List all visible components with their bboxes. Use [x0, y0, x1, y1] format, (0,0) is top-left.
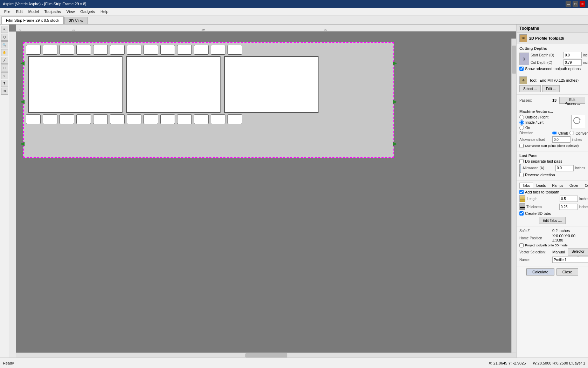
tool-section: ⚙ Tool: End Mill (0.125 inches) Select .…: [517, 74, 588, 95]
direction-row: Direction Climb Conventional: [519, 131, 585, 135]
tool-rect[interactable]: □: [1, 64, 8, 71]
cutting-depths-section: Cutting Depths DC Start Depth (D) inches…: [517, 44, 588, 74]
tool-pan[interactable]: ✋: [1, 49, 8, 56]
sprocket-bot-3: [59, 114, 74, 124]
menu-file[interactable]: File: [1, 9, 13, 14]
project-checkbox[interactable]: [519, 243, 524, 247]
tab-film-strip[interactable]: Film Strip Frame 29 x 8.5 stock: [1, 16, 64, 24]
allowance-unit: inches: [572, 138, 582, 142]
separate-last-checkbox[interactable]: [519, 159, 524, 163]
sub-tab-order[interactable]: Order: [566, 183, 582, 188]
sprocket-bot-1: [26, 114, 41, 124]
vector-start-checkbox[interactable]: [519, 144, 524, 148]
advanced-row: Show advanced toolpath options: [519, 67, 585, 71]
cut-depth-input[interactable]: [564, 59, 582, 66]
sprocket-top-5: [93, 45, 108, 55]
start-depth-unit: inches: [583, 53, 588, 57]
start-depth-row: Start Depth (D) inches: [531, 52, 588, 58]
canvas-area: 0 10 20 30 ◀ ◀ ◀ ▶ ▶ ▶: [9, 25, 516, 357]
tabs-length-input[interactable]: [560, 196, 578, 202]
vertical-scrollbar[interactable]: [511, 39, 516, 353]
tabs-length-row: ═══ Length inches: [519, 195, 585, 202]
menu-toolpaths[interactable]: Toolpaths: [42, 9, 64, 14]
allowance-input[interactable]: [552, 136, 570, 143]
cut-depth-label: Cut Depth (C): [531, 61, 562, 64]
on-radio[interactable]: [519, 125, 524, 130]
sprocket-top-7: [127, 45, 141, 55]
name-label: Name:: [519, 258, 551, 262]
action-buttons: Calculate Close: [517, 266, 588, 278]
allowance-row: Allowance offset inches: [519, 136, 585, 143]
calculate-btn[interactable]: Calculate: [526, 268, 554, 275]
window-controls: — □ ✕: [566, 1, 585, 7]
film-frames-row: [23, 56, 394, 113]
menu-model[interactable]: Model: [26, 9, 42, 14]
menu-gadgets[interactable]: Gadgets: [77, 9, 98, 14]
sprocket-top-10: [177, 45, 192, 55]
sub-tab-corners[interactable]: Corners: [582, 183, 588, 188]
tab-3d-view[interactable]: 3D View: [64, 17, 88, 24]
menu-view[interactable]: View: [64, 9, 78, 14]
status-left: Ready: [3, 361, 14, 365]
tool-node[interactable]: ⬡: [1, 34, 8, 41]
bottom-sprocket-row: [23, 113, 394, 127]
tool-select[interactable]: ↖: [1, 26, 8, 33]
minimize-btn[interactable]: —: [566, 1, 571, 7]
close-panel-btn[interactable]: Close: [556, 268, 578, 275]
maximize-btn[interactable]: □: [573, 1, 578, 7]
tool-text[interactable]: T: [1, 80, 8, 87]
last-pass-content: Allowance (A) inches: [519, 164, 585, 173]
reverse-dir-label: Reverse direction: [525, 173, 555, 177]
edit-tool-btn[interactable]: Edit ...: [542, 85, 560, 92]
conventional-radio[interactable]: [569, 131, 574, 135]
start-depth-label: Start Depth (D): [531, 53, 562, 57]
tool-circle[interactable]: ○: [1, 72, 8, 79]
tabs-content: Add tabs to toolpath ═══ Length inches ▬…: [519, 190, 585, 224]
sprocket-bot-8: [144, 114, 158, 124]
reverse-dir-checkbox[interactable]: [519, 173, 524, 177]
safe-z-row: Safe Z 0.2 inches: [519, 229, 585, 233]
sub-tab-tabs[interactable]: Tabs: [519, 183, 533, 188]
close-btn-title[interactable]: ✕: [580, 1, 585, 7]
sub-tab-leads[interactable]: Leads: [533, 183, 549, 188]
left-toolbar: ↖ ⬡ 🔍 ✋ ╱ □ ○ T ⟲: [0, 25, 9, 357]
menu-help[interactable]: Help: [98, 9, 111, 14]
home-pos-row: Home Position X:0.00 Y:0.00 Z:0.80: [519, 234, 585, 242]
tabs-thickness-input[interactable]: [559, 204, 578, 210]
add-tabs-checkbox[interactable]: [519, 190, 524, 194]
sub-tab-ramps[interactable]: Ramps: [549, 183, 566, 188]
edit-tabs-btn[interactable]: Edit Tabs ....: [539, 217, 566, 224]
allowance-label: Allowance offset: [519, 138, 551, 142]
sprocket-top-4: [76, 45, 91, 55]
create-3d-checkbox[interactable]: [519, 211, 524, 216]
sprocket-bot-4: [76, 114, 91, 124]
edit-tabs-btn-container: Edit Tabs ....: [519, 217, 585, 224]
inside-left-radio[interactable]: [519, 120, 524, 125]
vector-sel-label: Vector Selection:: [519, 250, 551, 254]
selector-btn[interactable]: Selector ...: [568, 248, 588, 255]
tool-zoom[interactable]: 🔍: [1, 41, 8, 48]
outside-right-label: Outside / Right: [525, 115, 548, 119]
advanced-checkbox[interactable]: [519, 67, 524, 71]
outside-right-radio[interactable]: [519, 115, 524, 120]
project-label: Project toolpath onto 3D model: [525, 244, 568, 247]
edit-passes-btn[interactable]: Edit Passes ...: [559, 97, 585, 104]
tabs-length-label: Length: [527, 197, 558, 201]
canvas-content[interactable]: ◀ ◀ ◀ ▶ ▶ ▶: [16, 32, 516, 357]
menu-edit[interactable]: Edit: [13, 9, 26, 14]
project-row: Project toolpath onto 3D model: [519, 243, 585, 247]
last-pass-allowance-input[interactable]: [555, 165, 574, 171]
tool-transform[interactable]: ⟲: [1, 88, 8, 95]
select-tool-btn[interactable]: Select ...: [519, 85, 541, 92]
tool-line[interactable]: ╱: [1, 57, 8, 64]
sprocket-top-6: [110, 45, 125, 55]
horizontal-scrollbar[interactable]: [16, 353, 516, 357]
sprocket-bot-10: [177, 114, 192, 124]
start-depth-input[interactable]: [564, 52, 582, 58]
name-input[interactable]: [552, 257, 588, 263]
cutting-depths-content: DC Start Depth (D) inches Cut Depth (C) …: [519, 52, 585, 67]
safe-z-value: 0.2 inches: [552, 229, 570, 233]
climb-radio[interactable]: [552, 131, 557, 135]
sprocket-top-2: [43, 45, 57, 55]
tabs-thickness-label: Thickness: [526, 205, 558, 209]
